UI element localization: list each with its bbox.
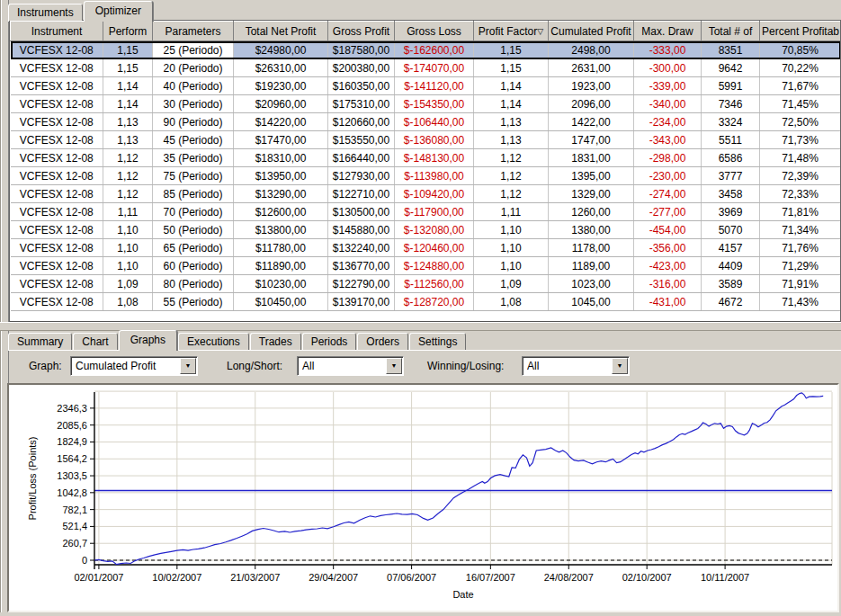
table-cell: VCFESX 12-08: [11, 203, 103, 221]
table-cell: 1,12: [103, 167, 153, 185]
column-header-instrument[interactable]: Instrument: [11, 22, 103, 41]
column-header-total-net-profit[interactable]: Total Net Profit: [234, 22, 328, 41]
table-row[interactable]: VCFESX 12-081,1390 (Periodo)$14220,00$12…: [11, 113, 841, 131]
tab-settings[interactable]: Settings: [409, 333, 466, 350]
table-cell: 3324: [702, 113, 760, 131]
x-tick-label: 07/06/2007: [387, 572, 436, 583]
long-short-select[interactable]: All ▼: [297, 356, 404, 376]
table-cell: VCFESX 12-08: [11, 95, 103, 113]
table-cell: 2498,00: [549, 41, 634, 59]
column-header-cumulated-profit[interactable]: Cumulated Profit: [549, 22, 634, 41]
table-row[interactable]: VCFESX 12-081,1520 (Periodo)$26310,00$20…: [11, 59, 841, 77]
table-cell: 1,10: [474, 257, 549, 275]
table-row[interactable]: VCFESX 12-081,0980 (Periodo)$10230,00$12…: [11, 275, 841, 293]
table-cell: VCFESX 12-08: [11, 257, 103, 275]
table-cell: -454,00: [634, 221, 702, 239]
graph-label: Graph:: [29, 360, 62, 372]
table-row[interactable]: VCFESX 12-081,1050 (Periodo)$13800,00$14…: [11, 221, 841, 239]
table-cell: 70,85%: [760, 41, 841, 59]
column-header-gross-loss[interactable]: Gross Loss: [395, 22, 474, 41]
table-cell: $11780,00: [234, 239, 328, 257]
column-header-perform[interactable]: Perform: [103, 22, 153, 41]
table-cell: $-112560,00: [395, 275, 474, 293]
table-cell: 1,13: [474, 131, 549, 149]
window-bottom-edge: [0, 612, 841, 616]
tab-periods[interactable]: Periods: [302, 333, 357, 350]
table-cell: VCFESX 12-08: [11, 41, 103, 59]
column-header-total-of[interactable]: Total # of: [702, 22, 760, 41]
column-header-percent-profitab[interactable]: Percent Profitab: [760, 22, 841, 41]
table-row[interactable]: VCFESX 12-081,1525 (Periodo)$24980,00$18…: [11, 41, 841, 59]
table-cell: 5991: [702, 77, 760, 95]
dropdown-arrow-icon[interactable]: ▼: [180, 358, 196, 374]
column-header-parameters[interactable]: Parameters: [153, 22, 234, 41]
tab-summary[interactable]: Summary: [8, 333, 72, 350]
graph-select-value: Cumulated Profit: [76, 360, 179, 372]
table-row[interactable]: VCFESX 12-081,1285 (Periodo)$13290,00$12…: [11, 185, 841, 203]
x-tick-label: 21/03/2007: [230, 572, 280, 583]
table-cell: 1,14: [103, 77, 153, 95]
table-cell: 3589: [702, 275, 760, 293]
dropdown-arrow-icon[interactable]: ▼: [386, 358, 402, 374]
column-header-gross-profit[interactable]: Gross Profit: [328, 22, 395, 41]
table-row[interactable]: VCFESX 12-081,1170 (Periodo)$12600,00$13…: [11, 203, 841, 221]
table-cell: 50 (Periodo): [153, 221, 234, 239]
y-tick-label: 1303,5: [57, 470, 87, 481]
y-tick-label: 2346,3: [57, 403, 87, 414]
table-row[interactable]: VCFESX 12-081,1440 (Periodo)$19230,00$16…: [11, 77, 841, 95]
table-cell: $153550,00: [328, 131, 395, 149]
table-cell: 1,14: [474, 95, 549, 113]
table-cell: VCFESX 12-08: [11, 59, 103, 77]
table-cell: -333,00: [634, 41, 702, 59]
x-tick-label: 24/08/2007: [544, 572, 594, 583]
table-cell: 1,10: [103, 221, 153, 239]
table-row[interactable]: VCFESX 12-081,1275 (Periodo)$13950,00$12…: [11, 167, 841, 185]
top-tab-optimizer[interactable]: Optimizer: [84, 1, 153, 22]
table-cell: -298,00: [634, 149, 702, 167]
table-row[interactable]: VCFESX 12-081,1345 (Periodo)$17470,00$15…: [11, 131, 841, 149]
tab-executions[interactable]: Executions: [178, 333, 249, 350]
table-cell: 1,15: [103, 41, 153, 59]
table-cell: $166440,00: [328, 149, 395, 167]
table-cell: $-106440,00: [395, 113, 474, 131]
table-row[interactable]: VCFESX 12-081,1060 (Periodo)$11890,00$13…: [11, 257, 841, 275]
graph-select[interactable]: Cumulated Profit ▼: [70, 356, 198, 376]
graph-controls: Graph: Cumulated Profit ▼ Long/Short: Al…: [0, 351, 841, 383]
table-cell: 60 (Periodo): [153, 257, 234, 275]
tab-trades[interactable]: Trades: [250, 333, 301, 350]
table-cell: 9642: [702, 59, 760, 77]
table-cell: $18310,00: [234, 149, 328, 167]
table-cell: -274,00: [634, 185, 702, 203]
table-cell: $11890,00: [234, 257, 328, 275]
table-cell: -230,00: [634, 167, 702, 185]
table-cell: VCFESX 12-08: [11, 77, 103, 95]
table-cell: 1189,00: [549, 257, 634, 275]
table-cell: $-136080,00: [395, 131, 474, 149]
column-header-max-draw[interactable]: Max. Draw: [634, 22, 702, 41]
table-cell: 75 (Periodo): [153, 167, 234, 185]
tab-chart[interactable]: Chart: [73, 333, 117, 350]
tab-graphs[interactable]: Graphs: [119, 330, 177, 351]
table-cell: 40 (Periodo): [153, 77, 234, 95]
table-cell: 70,22%: [760, 59, 841, 77]
column-header-profit-factor[interactable]: Profit Factor▽: [474, 22, 549, 41]
table-cell: 1,09: [103, 275, 153, 293]
winning-losing-select[interactable]: All ▼: [522, 356, 630, 376]
table-cell: 1,09: [474, 275, 549, 293]
dropdown-arrow-icon[interactable]: ▼: [612, 358, 628, 374]
table-cell: 1,10: [474, 239, 549, 257]
table-cell: 1,10: [103, 257, 153, 275]
y-tick-label: 521,4: [62, 521, 87, 531]
table-row[interactable]: VCFESX 12-081,0855 (Periodo)$10450,00$13…: [11, 293, 841, 311]
equity-curve: [94, 393, 823, 565]
table-row[interactable]: VCFESX 12-081,1430 (Periodo)$20960,00$17…: [11, 95, 841, 113]
table-row[interactable]: VCFESX 12-081,1065 (Periodo)$11780,00$13…: [11, 239, 841, 257]
long-short-select-value: All: [302, 360, 385, 372]
table-row[interactable]: VCFESX 12-081,1235 (Periodo)$18310,00$16…: [11, 149, 841, 167]
tab-orders[interactable]: Orders: [357, 333, 408, 350]
table-cell: 80 (Periodo): [153, 275, 234, 293]
top-tab-instruments[interactable]: Instruments: [8, 4, 83, 21]
table-cell: 1,11: [474, 203, 549, 221]
table-cell: $17470,00: [234, 131, 328, 149]
x-tick-label: 10/02/2007: [152, 572, 201, 583]
